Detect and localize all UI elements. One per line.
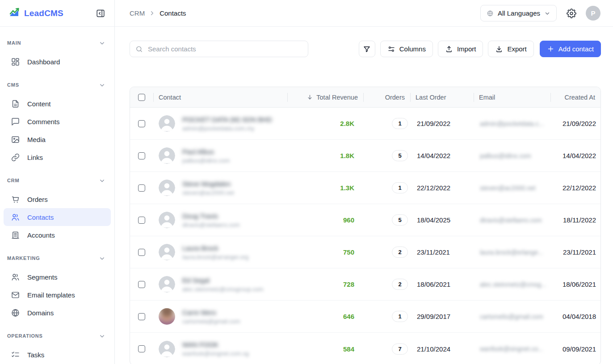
- column-header-total-revenue[interactable]: Total Revenue: [287, 87, 363, 107]
- sidebar-item-links[interactable]: Links: [4, 148, 111, 166]
- nav-section-header-marketing[interactable]: MARKETING: [0, 250, 114, 266]
- contact-cell[interactable]: Laura Brocklaura.brock@arranger.org: [153, 244, 287, 260]
- export-button[interactable]: Export: [488, 41, 533, 57]
- chevron-down-icon: [99, 40, 105, 46]
- sidebar-item-segments[interactable]: Segments: [4, 268, 111, 286]
- breadcrumb-contacts: Contacts: [160, 9, 186, 17]
- last-order-date: 18/04/2025: [410, 216, 474, 224]
- column-header-label: Last Order: [416, 94, 446, 101]
- contact-cell[interactable]: Steve Mogdalensteven@ac2000.net: [153, 180, 287, 196]
- table-row[interactable]: Paul Albuspalbus@idinx.com1.8K514/04/202…: [130, 140, 600, 172]
- columns-button[interactable]: Columns: [380, 41, 433, 57]
- nav-section-header-main[interactable]: MAIN: [0, 35, 114, 51]
- orders-cell: 1: [363, 182, 410, 193]
- row-checkbox-cell: [130, 152, 153, 159]
- row-checkbox[interactable]: [138, 345, 145, 352]
- sidebar-item-media[interactable]: Media: [4, 130, 111, 148]
- column-header-contact[interactable]: Contact: [153, 87, 287, 107]
- row-checkbox-cell: [130, 217, 153, 224]
- orders-icon: [11, 195, 20, 204]
- row-checkbox[interactable]: [138, 249, 145, 256]
- contact-text: Ed Segalalec.steinmetz@cmsgroup.com: [182, 276, 264, 293]
- tasks-icon: [11, 350, 20, 360]
- contact-subtext-email: dtravis@stellaero.com: [182, 222, 240, 228]
- column-header-label: Email: [479, 94, 495, 101]
- total-revenue-value: 750: [287, 248, 363, 256]
- table-row[interactable]: POCKET DATA (M) SDN BHDadmin@pocketdata.…: [130, 108, 600, 140]
- contact-cell[interactable]: Carre Merocartomela@gmail.com: [153, 308, 287, 325]
- column-header-last-order[interactable]: Last Order: [410, 87, 474, 107]
- contact-name: Ed Segal: [182, 276, 264, 284]
- app-logo[interactable]: LeadCMS: [9, 8, 63, 19]
- orders-count-badge: 1: [392, 182, 408, 193]
- accounts-icon: [11, 230, 20, 240]
- sidebar-item-accounts[interactable]: Accounts: [4, 226, 111, 244]
- email-value: cartomelis@gmail.com: [474, 313, 550, 320]
- row-checkbox-cell: [130, 184, 153, 192]
- contact-cell[interactable]: Doug Travisdtravis@stellaero.com: [153, 212, 287, 228]
- last-order-date: 21/10/2024: [410, 345, 474, 353]
- select-all-checkbox[interactable]: [138, 94, 145, 101]
- contact-cell[interactable]: Paul Albuspalbus@idinx.com: [153, 147, 287, 164]
- sidebar-item-label: Tasks: [27, 351, 44, 359]
- sidebar-item-email-templates[interactable]: Email templates: [4, 286, 111, 304]
- columns-label: Columns: [399, 45, 426, 53]
- table-row[interactable]: Ed Segalalec.steinmetz@cmsgroup.com72821…: [130, 268, 600, 301]
- import-button[interactable]: Import: [438, 41, 483, 57]
- user-avatar[interactable]: P: [586, 6, 600, 21]
- table-row[interactable]: Laura Brocklaura.brock@arranger.org75022…: [130, 236, 600, 268]
- sidebar-item-label: Orders: [27, 196, 48, 203]
- row-checkbox[interactable]: [138, 152, 145, 159]
- sidebar-item-contacts[interactable]: Contacts: [4, 208, 111, 226]
- table-row[interactable]: Carre Merocartomela@gmail.com646129/09/2…: [130, 301, 600, 333]
- language-selector[interactable]: All Languages: [480, 5, 557, 21]
- contact-cell[interactable]: POCKET DATA (M) SDN BHDadmin@pocketdata.…: [153, 115, 287, 132]
- header-checkbox-cell: [130, 87, 153, 107]
- contact-placeholder-avatar: [159, 180, 175, 196]
- sidebar-item-tasks[interactable]: Tasks: [4, 346, 111, 364]
- sidebar-item-domains[interactable]: Domains: [4, 304, 111, 322]
- table-row[interactable]: Doug Travisdtravis@stellaero.com960518/0…: [130, 204, 600, 236]
- filter-button[interactable]: [359, 41, 375, 57]
- links-icon: [11, 153, 20, 162]
- nav-section-label: CMS: [7, 82, 19, 88]
- comments-icon: [11, 117, 20, 126]
- table-row[interactable]: WAN FOOKwanfook@singnet.com.sg584721/10/…: [130, 333, 600, 364]
- row-checkbox[interactable]: [138, 313, 145, 320]
- main-area: CRM Contacts All Languages: [115, 0, 613, 364]
- collapse-sidebar-button[interactable]: [95, 8, 106, 19]
- column-header-created-at[interactable]: Created At: [550, 87, 600, 107]
- sidebar-item-content[interactable]: Content: [4, 95, 111, 113]
- sidebar-item-label: Domains: [27, 309, 54, 317]
- row-checkbox[interactable]: [138, 217, 145, 224]
- created-at-date: 18/06/2021: [550, 280, 600, 288]
- sidebar-item-comments[interactable]: Comments: [4, 113, 111, 130]
- contact-cell[interactable]: Ed Segalalec.steinmetz@cmsgroup.com: [153, 276, 287, 293]
- nav-section-header-crm[interactable]: CRM: [0, 172, 114, 188]
- nav-section-header-cms[interactable]: CMS: [0, 77, 114, 93]
- sidebar-item-orders[interactable]: Orders: [4, 190, 111, 208]
- row-checkbox-cell: [130, 249, 153, 256]
- orders-cell: 5: [363, 214, 410, 226]
- column-header-email[interactable]: Email: [474, 87, 550, 107]
- table-body: POCKET DATA (M) SDN BHDadmin@pocketdata.…: [130, 108, 600, 364]
- sidebar-item-dashboard[interactable]: Dashboard: [4, 53, 111, 71]
- nav-section-label: MARKETING: [7, 255, 40, 261]
- row-checkbox[interactable]: [138, 120, 145, 127]
- sidebar-item-label: Contacts: [27, 213, 54, 221]
- contact-subtext-email: palbus@idinx.com: [182, 157, 230, 164]
- breadcrumb-crm[interactable]: CRM: [130, 9, 145, 17]
- row-checkbox[interactable]: [138, 281, 145, 288]
- nav-section-header-operations[interactable]: OPERATIONS: [0, 328, 114, 344]
- search-input[interactable]: [130, 41, 308, 57]
- contact-cell[interactable]: WAN FOOKwanfook@singnet.com.sg: [153, 341, 287, 357]
- contacts-table: ContactTotal RevenueOrdersLast OrderEmai…: [130, 87, 601, 364]
- add-contact-button[interactable]: Add contact: [540, 41, 601, 57]
- row-checkbox[interactable]: [138, 184, 145, 192]
- sidebar-logo-row: LeadCMS: [0, 0, 114, 27]
- contact-placeholder-avatar: [159, 244, 175, 260]
- table-row[interactable]: Steve Mogdalensteven@ac2000.net1.3K122/1…: [130, 172, 600, 204]
- settings-button[interactable]: [567, 8, 576, 18]
- search-wrap: [130, 41, 308, 57]
- column-header-orders[interactable]: Orders: [363, 87, 410, 107]
